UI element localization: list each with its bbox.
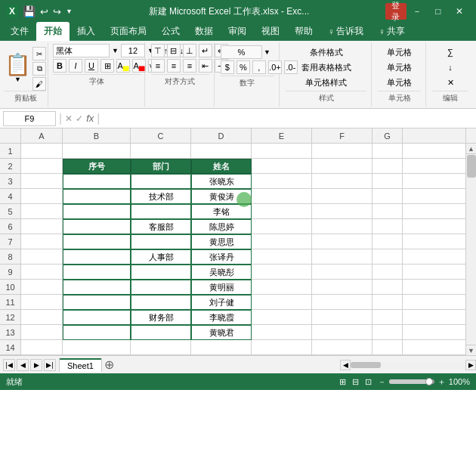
cell-c1[interactable]	[131, 144, 191, 159]
cell-d2-header[interactable]: 姓名	[191, 159, 252, 174]
cell-g14[interactable]	[372, 340, 403, 355]
cell-c4[interactable]: 技术部	[131, 189, 191, 204]
layout-view-icon[interactable]: ⊟	[352, 377, 359, 387]
name-box[interactable]	[3, 111, 56, 126]
hscrollbar-right-arrow[interactable]: ▶	[465, 360, 476, 370]
row-header-3[interactable]: 3	[0, 174, 21, 189]
scrollbar-thumb[interactable]	[467, 155, 476, 178]
page-view-icon[interactable]: ⊞	[339, 377, 346, 387]
cell-c8[interactable]: 人事部	[131, 249, 191, 265]
cell-c7[interactable]	[131, 234, 191, 249]
underline-button[interactable]: U	[85, 59, 98, 73]
cell-a11[interactable]	[21, 295, 63, 310]
col-header-a[interactable]: A	[21, 128, 63, 144]
cell-g7[interactable]	[372, 234, 403, 249]
cell-e4[interactable]	[252, 189, 312, 204]
accounting-format-btn[interactable]: $	[221, 60, 234, 74]
hscrollbar-left-arrow[interactable]: ◀	[340, 360, 351, 370]
cell-a8[interactable]	[21, 249, 63, 265]
cell-g4[interactable]	[372, 189, 403, 204]
cell-d4[interactable]: 黄俊涛	[191, 189, 252, 204]
col-header-c[interactable]: C	[131, 128, 191, 144]
close-button[interactable]: ✕	[449, 3, 470, 20]
cell-e12[interactable]	[252, 310, 312, 325]
insert-cells-button[interactable]: 单元格	[378, 45, 421, 59]
cell-e7[interactable]	[252, 234, 312, 249]
clear-button[interactable]: ✕	[432, 76, 468, 89]
decimal-increase-btn[interactable]: .0+	[268, 60, 282, 74]
cell-d11[interactable]: 刘子健	[191, 295, 252, 310]
cell-e5[interactable]	[252, 204, 312, 219]
row-header-10[interactable]: 10	[0, 280, 21, 295]
tab-home[interactable]: 开始	[36, 22, 70, 41]
cell-c14[interactable]	[131, 340, 191, 355]
cell-g3[interactable]	[372, 174, 403, 189]
cell-f5[interactable]	[312, 204, 372, 219]
cell-f2[interactable]	[312, 159, 372, 174]
tab-tell-me[interactable]: ♀ 告诉我	[320, 22, 371, 41]
cell-c6[interactable]: 客服部	[131, 219, 191, 234]
cell-g9[interactable]	[372, 265, 403, 280]
cell-b12[interactable]	[63, 310, 131, 325]
cell-f6[interactable]	[312, 219, 372, 234]
percent-btn[interactable]: %	[236, 60, 250, 74]
cell-f14[interactable]	[312, 340, 372, 355]
cell-f3[interactable]	[312, 174, 372, 189]
cell-a14[interactable]	[21, 340, 63, 355]
cell-d7[interactable]: 黄思思	[191, 234, 252, 249]
cell-g11[interactable]	[372, 295, 403, 310]
col-header-d[interactable]: D	[191, 128, 252, 144]
tab-insert[interactable]: 插入	[70, 22, 103, 41]
conditional-format-button[interactable]: 条件格式	[286, 45, 366, 59]
cell-b6[interactable]	[63, 219, 131, 234]
cell-f13[interactable]	[312, 325, 372, 340]
cell-f10[interactable]	[312, 280, 372, 295]
sheet-nav-next[interactable]: ▶	[30, 359, 42, 371]
cut-button[interactable]: ✂	[32, 47, 46, 60]
row-header-6[interactable]: 6	[0, 219, 21, 234]
hscrollbar-track[interactable]	[351, 361, 465, 369]
row-header-11[interactable]: 11	[0, 295, 21, 310]
cell-e9[interactable]	[252, 265, 312, 280]
cell-c12[interactable]: 财务部	[131, 310, 191, 325]
cell-a9[interactable]	[21, 265, 63, 280]
hscrollbar-thumb[interactable]	[351, 362, 381, 368]
quick-access-undo[interactable]: ↩	[40, 6, 48, 17]
cell-b4[interactable]	[63, 189, 131, 204]
cell-a10[interactable]	[21, 280, 63, 295]
scrollbar-track[interactable]	[466, 154, 476, 345]
cell-f9[interactable]	[312, 265, 372, 280]
cell-d10[interactable]: 黄明丽	[191, 280, 252, 295]
number-dropdown-icon[interactable]: ▼	[264, 48, 270, 56]
zoom-slider[interactable]	[389, 379, 434, 384]
cell-f12[interactable]	[312, 310, 372, 325]
cell-g6[interactable]	[372, 219, 403, 234]
cell-a12[interactable]	[21, 310, 63, 325]
row-header-13[interactable]: 13	[0, 325, 21, 340]
align-top-button[interactable]: ⊤	[151, 44, 165, 57]
quick-access-redo[interactable]: ↪	[53, 6, 61, 17]
cell-a7[interactable]	[21, 234, 63, 249]
align-bottom-button[interactable]: ⊥	[183, 44, 196, 57]
row-header-14[interactable]: 14	[0, 340, 21, 355]
row-header-1[interactable]: 1	[0, 144, 21, 159]
font-name-input[interactable]	[53, 44, 110, 57]
cell-f1[interactable]	[312, 144, 372, 159]
cell-b2-header[interactable]: 序号	[63, 159, 131, 174]
col-header-b[interactable]: B	[63, 128, 131, 144]
tab-help[interactable]: 帮助	[287, 22, 320, 41]
cell-b10[interactable]	[63, 280, 131, 295]
row-header-2[interactable]: 2	[0, 159, 21, 174]
cell-e6[interactable]	[252, 219, 312, 234]
minimize-button[interactable]: －	[406, 3, 428, 20]
cell-a1[interactable]	[21, 144, 63, 159]
bold-button[interactable]: B	[53, 59, 66, 73]
cell-g8[interactable]	[372, 249, 403, 265]
cell-c11[interactable]	[131, 295, 191, 310]
row-header-4[interactable]: 4	[0, 189, 21, 204]
scrollbar-up-arrow[interactable]: ▲	[466, 144, 476, 154]
row-header-12[interactable]: 12	[0, 310, 21, 325]
tab-share[interactable]: ♀ 共享	[371, 22, 413, 41]
cell-g1[interactable]	[372, 144, 403, 159]
fill-color-button[interactable]: A▄	[116, 59, 130, 73]
